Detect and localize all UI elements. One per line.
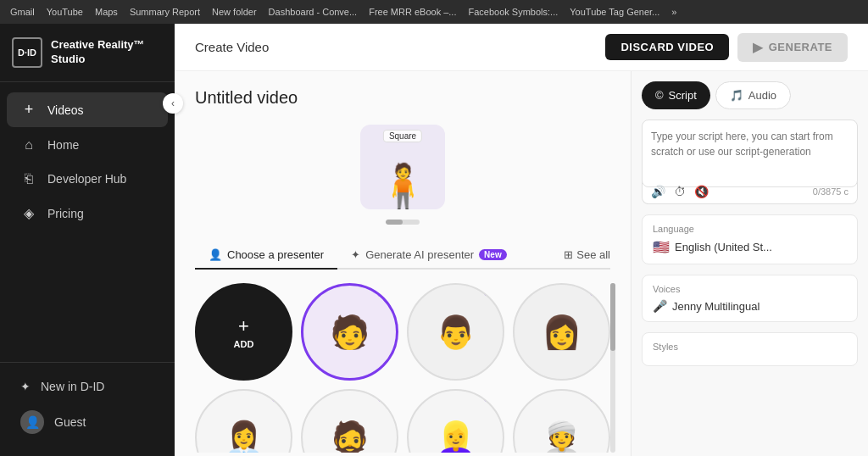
sidebar-collapse-button[interactable]: ‹ xyxy=(163,93,183,114)
new-badge: New xyxy=(479,249,507,260)
sidebar-item-guest[interactable]: 👤 Guest xyxy=(7,402,168,442)
presenter-figure-2: 👨 xyxy=(436,316,476,348)
presenter-3[interactable]: 👩 HQ xyxy=(513,283,610,381)
presenter-2[interactable]: 👨 HQ xyxy=(407,283,504,381)
hq-badge-1: HQ xyxy=(377,287,394,297)
logo-text: Creative Reality™ Studio xyxy=(51,38,145,67)
scrollbar-track[interactable] xyxy=(610,283,615,453)
bookmark-summary[interactable]: Summary Report xyxy=(126,5,203,19)
presenter-figure-7: 👳 xyxy=(542,422,581,453)
flag-icon: 🇺🇸 xyxy=(653,239,670,255)
presenter-grid: + ADD 🧑 HQ 👨 HQ xyxy=(195,283,610,453)
sidebar-item-home-label: Home xyxy=(47,138,79,152)
presenter-shape-label: Square xyxy=(383,130,422,142)
sidebar-logo: D·ID Creative Reality™ Studio xyxy=(0,24,175,82)
volume-icon[interactable]: 🔊 xyxy=(651,185,665,198)
hq-badge-7: HQ xyxy=(590,392,607,402)
sidebar-item-videos-label: Videos xyxy=(47,103,84,117)
home-icon: ⌂ xyxy=(20,137,37,153)
bookmark-more[interactable]: » xyxy=(668,5,680,19)
presenter-1[interactable]: 🧑 HQ xyxy=(301,283,398,381)
language-section: Language 🇺🇸 English (United St... xyxy=(642,214,858,264)
sidebar-item-developer-hub[interactable]: ⎗ Developer Hub xyxy=(7,163,168,195)
sidebar-item-videos[interactable]: + Videos xyxy=(7,92,168,127)
presenter-figure-5: 🧔 xyxy=(330,422,370,453)
voice-person-icon: 🎤 xyxy=(653,299,667,313)
script-editor-container: 🔊 ⏱ 🔇 0/3875 c xyxy=(642,120,858,204)
bookmark-mrr[interactable]: Free MRR eBook –... xyxy=(365,5,459,19)
main-header: Create Video DISCARD VIDEO ▶ GENERATE xyxy=(175,24,868,71)
tab-generate-ai-presenter[interactable]: ✦ Generate AI presenter New xyxy=(337,242,520,270)
presenter-figure-1: 🧑 xyxy=(330,316,370,348)
sidebar-item-developer-label: Developer Hub xyxy=(47,172,126,186)
presenter-loading xyxy=(386,220,420,225)
tab-choose-presenter[interactable]: 👤 Choose a presenter xyxy=(195,242,337,270)
discard-video-button[interactable]: DISCARD VIDEO xyxy=(605,34,729,60)
presenter-7[interactable]: 👳 HQ xyxy=(513,389,610,453)
video-title: Untitled video xyxy=(195,88,610,108)
bookmark-gmail[interactable]: Gmail xyxy=(7,5,38,19)
plus-icon: + xyxy=(20,101,37,119)
language-select-row[interactable]: 🇺🇸 English (United St... xyxy=(653,239,847,255)
sidebar-item-pricing-label: Pricing xyxy=(47,207,84,220)
developer-icon: ⎗ xyxy=(20,171,37,186)
script-count: 0/3875 c xyxy=(813,186,849,197)
avatar: 👤 xyxy=(20,410,44,434)
presenter-card: Square 🧍 xyxy=(360,125,445,209)
right-panel-body: 🔊 ⏱ 🔇 0/3875 c Language 🇺🇸 English (Unit… xyxy=(632,109,868,456)
clock-icon[interactable]: ⏱ xyxy=(674,185,686,198)
sidebar-item-new-in-did[interactable]: ✦ New in D-ID xyxy=(7,371,168,402)
bookmark-folder[interactable]: New folder xyxy=(209,5,260,19)
tab-see-all[interactable]: ⊞ See all xyxy=(564,248,610,261)
browser-bar: Gmail YouTube Maps Summary Report New fo… xyxy=(0,0,868,24)
presenter-preview: Square 🧍 xyxy=(195,125,610,225)
mute-icon[interactable]: 🔇 xyxy=(694,185,709,198)
hq-badge-6: HQ xyxy=(484,392,501,402)
bookmark-dashboard[interactable]: Dashboard - Conve... xyxy=(265,5,361,19)
see-all-icon: ⊞ xyxy=(564,248,573,261)
app-container: D·ID Creative Reality™ Studio + Videos ⌂… xyxy=(0,24,868,456)
generate-button[interactable]: ▶ GENERATE xyxy=(737,33,848,62)
script-textarea[interactable] xyxy=(642,120,858,187)
add-icon: + xyxy=(238,315,249,337)
presenter-6[interactable]: 👱‍♀️ HQ xyxy=(407,389,504,453)
ai-presenter-label: Generate AI presenter xyxy=(365,248,474,261)
bookmark-facebook[interactable]: Facebook Symbols:... xyxy=(465,5,561,19)
voices-label: Voices xyxy=(653,284,847,294)
generate-label: GENERATE xyxy=(769,41,832,53)
ai-presenter-icon: ✦ xyxy=(351,248,360,261)
bookmark-maps[interactable]: Maps xyxy=(92,5,121,19)
sparkle-icon: ✦ xyxy=(20,380,31,393)
hq-badge-4: HQ xyxy=(272,392,289,402)
hq-badge-3: HQ xyxy=(590,286,607,296)
bookmark-youtube[interactable]: YouTube xyxy=(43,5,86,19)
sidebar-item-pricing[interactable]: ◈ Pricing xyxy=(7,197,168,230)
presenter-4[interactable]: 👩‍💼 HQ xyxy=(195,389,292,453)
script-tab-icon: © xyxy=(655,89,664,102)
tab-audio[interactable]: 🎵 Audio xyxy=(715,81,791,109)
hq-badge-5: HQ xyxy=(378,392,395,402)
bookmarks-bar: Gmail YouTube Maps Summary Report New fo… xyxy=(7,5,680,19)
add-label: ADD xyxy=(234,339,254,349)
pricing-icon: ◈ xyxy=(20,205,37,221)
language-value: English (United St... xyxy=(675,241,772,253)
choose-presenter-label: Choose a presenter xyxy=(227,248,324,261)
presenter-5[interactable]: 🧔 HQ xyxy=(301,389,398,453)
generate-icon: ▶ xyxy=(753,40,764,55)
styles-section: Styles xyxy=(642,332,858,366)
bookmark-yttag[interactable]: YouTube Tag Gener... xyxy=(566,5,663,19)
audio-tab-label: Audio xyxy=(748,89,776,102)
right-panel: © Script 🎵 Audio 🔊 ⏱ xyxy=(631,71,868,456)
language-label: Language xyxy=(653,224,847,234)
sidebar-item-home[interactable]: ⌂ Home xyxy=(7,129,168,161)
voices-select-row[interactable]: 🎤 Jenny Multilingual xyxy=(653,299,847,313)
sidebar-item-guest-label: Guest xyxy=(54,415,86,429)
video-editor: Untitled video Square 🧍 👤 C xyxy=(175,71,631,456)
choose-presenter-icon: 👤 xyxy=(209,248,222,261)
sidebar-item-newindid-label: New in D-ID xyxy=(41,380,104,393)
hq-badge-2: HQ xyxy=(484,286,501,296)
add-presenter-button[interactable]: + ADD xyxy=(195,283,292,381)
main-body: Untitled video Square 🧍 👤 C xyxy=(175,71,868,456)
main-content: Create Video DISCARD VIDEO ▶ GENERATE Un… xyxy=(175,24,868,456)
tab-script[interactable]: © Script xyxy=(642,81,710,109)
